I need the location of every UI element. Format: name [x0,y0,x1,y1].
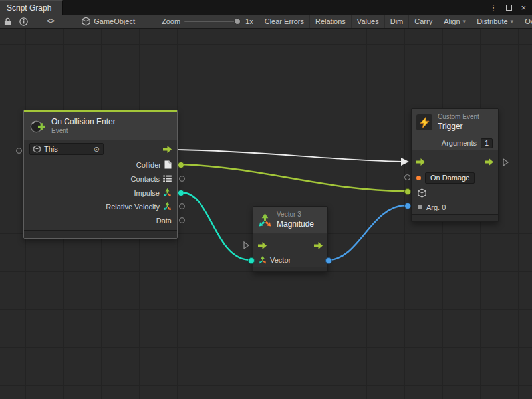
gameobject-cube-icon [418,188,426,198]
row-vector-input: Vector [253,253,327,267]
node-type: Custom Event [438,113,479,122]
port-data-output[interactable] [179,217,185,223]
wire-flow[interactable] [178,150,402,162]
wire-flow-arrowhead [401,158,409,166]
carry-button[interactable]: Carry [409,15,438,28]
unity-script-graph-window: Script Graph ⋮ × <> GameObject Zoom [0,0,532,399]
arguments-label: Arguments [442,139,477,147]
flow-in-connector[interactable] [243,241,249,249]
values-button[interactable]: Values [352,15,385,28]
align-dropdown[interactable]: Align ▾ [438,15,471,28]
inspect-button[interactable] [15,15,32,28]
maximize-icon[interactable] [506,1,512,13]
lock-button[interactable] [0,15,15,28]
arguments-count-field[interactable]: 1 [481,138,493,148]
row-arguments: Arguments 1 [412,136,498,150]
vector3-icon [259,256,267,264]
event-name-field[interactable]: On Damage [425,172,475,184]
port-target-input[interactable] [16,148,22,154]
node-custom-event-trigger[interactable]: Custom Event Trigger Arguments 1 On Dama… [411,108,499,222]
graph-context[interactable]: GameObject [76,15,140,28]
zoom-label: Zoom [162,17,180,25]
flow-out-arrow-icon[interactable] [314,242,323,249]
collision-enter-icon [29,119,46,134]
relations-button[interactable]: Relations [310,15,352,28]
maximize-square [506,5,512,11]
object-port-icon [418,205,422,209]
lock-icon [4,17,11,26]
port-label: Data [156,217,172,225]
list-icon [163,175,172,182]
cube-icon [33,145,41,153]
distribute-dropdown[interactable]: Distribute ▾ [471,15,519,28]
row-flow [412,154,498,169]
graph-canvas[interactable]: On Collision Enter Event This ⊙ Collider… [0,29,532,399]
flow-in-arrow-icon[interactable] [416,158,425,166]
port-target-input[interactable] [404,188,411,195]
port-collider-output[interactable] [178,162,184,168]
vector3-icon [258,213,272,227]
clear-errors-button[interactable]: Clear Errors [259,15,310,28]
row-flow [253,239,327,252]
zoom-slider-handle[interactable] [234,18,241,25]
code-view-button[interactable]: <> [43,15,58,28]
wire-result-arg0[interactable] [329,205,406,260]
code-icon: <> [47,17,54,25]
dim-button[interactable]: Dim [385,15,410,28]
node-subtitle: Event [51,127,116,136]
context-label: GameObject [94,17,135,25]
object-picker-icon[interactable]: ⊙ [94,145,100,154]
node-title: On Collision Enter [51,117,116,127]
node-footer [412,214,498,221]
port-label: Collider [136,161,161,169]
chevron-down-icon: ▾ [463,18,466,25]
node-on-collision-enter[interactable]: On Collision Enter Event This ⊙ Collider… [23,110,178,239]
port-label: Relative Velocity [106,203,160,211]
port-label: Contacts [131,175,160,183]
flow-in-arrow-icon[interactable] [258,242,267,249]
wire-impulse-vector[interactable] [181,192,251,260]
node-title: Magnitude [277,219,314,229]
tab-script-graph[interactable]: Script Graph [0,0,63,15]
row-relative-velocity: Relative Velocity [24,200,177,213]
node-title: Trigger [438,122,479,132]
node-footer [253,267,327,271]
node-header: Vector 3 Magnitude [253,207,327,233]
node-type: Vector 3 [277,211,314,219]
overview-button[interactable]: Overv [519,15,532,28]
port-label: Arg. 0 [426,203,446,211]
port-vector-input[interactable] [248,257,255,264]
tab-title: Script Graph [7,3,51,13]
port-event-name-input[interactable] [404,174,410,180]
close-icon[interactable]: × [521,3,526,12]
zoom-slider[interactable] [184,17,241,25]
node-footer [24,230,177,238]
row-target [412,186,498,200]
distribute-label: Distribute [477,17,507,25]
zoom-control: Zoom 1x [156,15,259,28]
flow-out-arrow-icon[interactable] [163,146,172,153]
target-object-field[interactable]: This ⊙ [29,143,104,155]
node-header: On Collision Enter Event [24,112,177,140]
row-contacts: Contacts [24,172,177,186]
string-port-icon [416,176,421,180]
flow-out-connector[interactable] [503,158,509,166]
kebab-menu-icon[interactable]: ⋮ [489,3,497,12]
vector3-icon [163,202,172,211]
document-icon [164,160,172,169]
wire-collider-target[interactable] [181,164,406,191]
row-impulse: Impulse [24,186,177,200]
port-relative-velocity-output[interactable] [179,203,185,209]
vector3-icon [163,188,172,197]
row-data: Data [24,213,177,227]
port-impulse-output[interactable] [178,190,184,196]
values-label: Values [357,17,379,25]
port-arg0-input[interactable] [404,203,411,209]
node-vector3-magnitude[interactable]: Vector 3 Magnitude Vector [253,206,328,272]
window-controls: ⋮ × [489,0,532,15]
port-label: Impulse [134,189,160,197]
port-contacts-output[interactable] [179,176,185,182]
flow-out-arrow-icon[interactable] [485,158,493,166]
custom-event-icon [416,114,432,130]
port-result-output[interactable] [325,257,332,264]
